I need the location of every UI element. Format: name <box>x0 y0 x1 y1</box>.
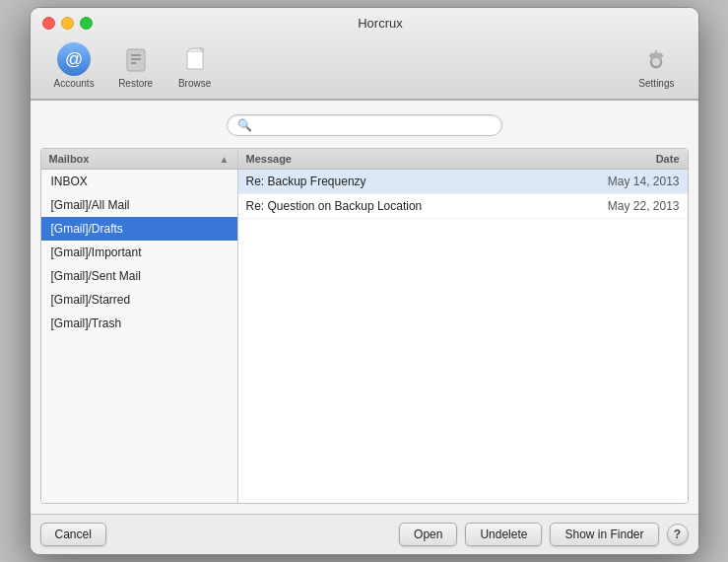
browse-icon <box>179 44 211 76</box>
list-item[interactable]: [Gmail]/Drafts <box>41 217 237 241</box>
mailbox-header: Mailbox ▲ <box>41 149 237 170</box>
restore-label: Restore <box>118 78 153 89</box>
window-controls <box>42 17 93 30</box>
browse-label: Browse <box>178 78 211 89</box>
minimize-button[interactable] <box>61 17 74 30</box>
settings-label: Settings <box>638 78 674 89</box>
mailbox-header-label: Mailbox <box>49 153 90 165</box>
toolbar: @ Accounts Restore <box>42 36 687 99</box>
open-button[interactable]: Open <box>399 523 457 546</box>
message-date: May 14, 2013 <box>591 175 680 188</box>
help-button[interactable]: ? <box>667 524 689 545</box>
main-content: 🔍 Mailbox ▲ INBOX [Gmail]/All Mail [Gmai… <box>31 100 698 514</box>
message-date: May 22, 2013 <box>591 199 680 213</box>
list-item[interactable]: [Gmail]/All Mail <box>41 193 237 217</box>
list-item[interactable]: [Gmail]/Trash <box>41 312 237 335</box>
table-row[interactable]: Re: Backup Frequenzy May 14, 2013 <box>238 170 688 194</box>
message-text: Re: Question on Backup Location <box>246 199 591 213</box>
svg-rect-0 <box>127 49 145 71</box>
settings-icon <box>642 48 670 76</box>
search-wrapper: 🔍 <box>227 114 502 136</box>
table-row[interactable]: Re: Question on Backup Location May 22, … <box>238 194 688 219</box>
mailbox-list: INBOX [Gmail]/All Mail [Gmail]/Drafts [G… <box>41 170 237 503</box>
bottom-bar-left: Cancel <box>40 523 392 546</box>
message-text: Re: Backup Frequenzy <box>246 175 591 188</box>
titlebar: Horcrux @ Accounts Restore <box>31 8 698 100</box>
window-title: Horcrux <box>104 16 657 31</box>
mailbox-pane: Mailbox ▲ INBOX [Gmail]/All Mail [Gmail]… <box>41 149 238 503</box>
list-item[interactable]: INBOX <box>41 170 237 193</box>
main-window: Horcrux @ Accounts Restore <box>30 7 699 555</box>
cancel-button[interactable]: Cancel <box>40 523 106 546</box>
list-item[interactable]: [Gmail]/Starred <box>41 288 237 312</box>
messages-header: Message Date <box>238 149 688 170</box>
search-bar: 🔍 <box>40 110 689 140</box>
sort-arrow-icon: ▲ <box>220 154 230 165</box>
show-in-finder-button[interactable]: Show in Finder <box>550 523 658 546</box>
undelete-button[interactable]: Undelete <box>465 523 542 546</box>
search-input[interactable] <box>258 118 492 132</box>
message-column-header: Message <box>246 153 591 165</box>
accounts-icon: @ <box>57 42 91 76</box>
split-pane: Mailbox ▲ INBOX [Gmail]/All Mail [Gmail]… <box>40 148 689 504</box>
accounts-toolbar-item[interactable]: @ Accounts <box>42 36 106 95</box>
restore-toolbar-item[interactable]: Restore <box>106 38 165 95</box>
restore-icon <box>120 44 152 76</box>
maximize-button[interactable] <box>80 17 93 30</box>
date-column-header: Date <box>591 153 680 165</box>
settings-toolbar-item[interactable]: Settings <box>627 42 686 95</box>
bottom-bar-right: Open Undelete Show in Finder ? <box>399 523 688 546</box>
svg-point-4 <box>652 58 660 66</box>
browse-toolbar-item[interactable]: Browse <box>165 38 225 95</box>
list-item[interactable]: [Gmail]/Important <box>41 241 237 264</box>
messages-pane: Message Date Re: Backup Frequenzy May 14… <box>238 149 688 503</box>
list-item[interactable]: [Gmail]/Sent Mail <box>41 264 237 288</box>
search-icon: 🔍 <box>237 118 252 132</box>
message-list: Re: Backup Frequenzy May 14, 2013 Re: Qu… <box>238 170 688 503</box>
close-button[interactable] <box>42 17 55 30</box>
accounts-label: Accounts <box>54 78 95 89</box>
bottom-bar: Cancel Open Undelete Show in Finder ? <box>31 514 698 554</box>
